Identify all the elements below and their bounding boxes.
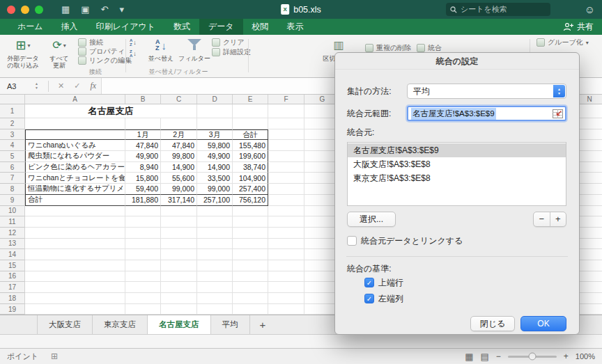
function-popup[interactable]: 平均 ▲▼ bbox=[407, 84, 566, 99]
cell-A12[interactable] bbox=[25, 228, 125, 239]
cell-D6[interactable]: 14,900 bbox=[197, 162, 233, 173]
zoom-slider-knob[interactable] bbox=[528, 353, 536, 361]
row-header-10[interactable]: 10 bbox=[0, 206, 25, 217]
source-item[interactable]: 名古屋支店!$A$3:$E$9 bbox=[348, 143, 566, 157]
column-header-F[interactable]: F bbox=[268, 95, 304, 104]
cell-B15[interactable] bbox=[125, 260, 161, 271]
cell-B7[interactable]: 15,800 bbox=[125, 173, 161, 184]
name-box-stepper[interactable]: ▲▼ bbox=[35, 82, 38, 90]
cell-B6[interactable]: 8,940 bbox=[125, 162, 161, 173]
cell-E7[interactable]: 104,900 bbox=[233, 173, 268, 184]
row-header-1[interactable]: 1 bbox=[0, 104, 25, 118]
left-column-checkbox-row[interactable]: ✓ 左端列 bbox=[364, 293, 403, 304]
cell-B19[interactable] bbox=[125, 304, 161, 315]
cell-C9[interactable]: 317,140 bbox=[161, 195, 197, 206]
normal-view-button[interactable]: ▦ bbox=[465, 351, 473, 362]
cell-A6[interactable]: ピンク色に染めるヘアカラー bbox=[25, 162, 125, 173]
cell-E12[interactable] bbox=[233, 228, 268, 239]
row-header-11[interactable]: 11 bbox=[0, 216, 25, 228]
cell-D15[interactable] bbox=[197, 260, 233, 271]
cancel-entry-button[interactable]: ✕ bbox=[58, 81, 64, 90]
feedback-smiley-icon[interactable]: ☺ bbox=[585, 0, 595, 19]
close-window-button[interactable] bbox=[7, 6, 15, 14]
cell-C5[interactable]: 99,800 bbox=[161, 151, 197, 162]
link-checkbox-row[interactable]: 統合元データとリンクする bbox=[347, 235, 463, 246]
cell-C6[interactable]: 14,900 bbox=[161, 162, 197, 173]
sort-descending-button[interactable]: ZA↓ bbox=[130, 49, 137, 58]
sources-list[interactable]: 名古屋支店!$A$3:$E$9大阪支店!$A$3:$E$8東京支店!$A$3:$… bbox=[347, 142, 566, 206]
cell-B16[interactable] bbox=[125, 271, 161, 283]
row-header-2[interactable]: 2 bbox=[0, 118, 25, 129]
advanced-filter-button[interactable]: 詳細設定 bbox=[212, 48, 251, 56]
cell-E6[interactable]: 38,740 bbox=[233, 162, 268, 173]
cell-A4[interactable]: ワニchanぬいぐるみ bbox=[25, 140, 125, 151]
cell-C18[interactable] bbox=[161, 293, 197, 304]
cell-A16[interactable] bbox=[25, 271, 125, 283]
ribbon-tab-校閲[interactable]: 校閲 bbox=[243, 19, 278, 35]
cell-E8[interactable]: 257,400 bbox=[233, 184, 268, 195]
cell-B9[interactable]: 181,880 bbox=[125, 195, 161, 206]
cell-A8[interactable]: 恒温動物に進化するサプリメント bbox=[25, 184, 125, 195]
sheet-tab-大阪支店[interactable]: 大阪支店 bbox=[38, 315, 93, 334]
minimize-window-button[interactable] bbox=[21, 6, 29, 14]
cell-C3[interactable]: 2月 bbox=[161, 129, 197, 141]
cell-A15[interactable] bbox=[25, 260, 125, 271]
cell-E18[interactable] bbox=[233, 293, 268, 304]
cell-E2[interactable] bbox=[233, 118, 268, 129]
edit-links-button[interactable]: リンクの編集 bbox=[78, 56, 132, 65]
cell-E4[interactable]: 155,480 bbox=[233, 140, 268, 151]
cell-B12[interactable] bbox=[125, 228, 161, 239]
cell-D19[interactable] bbox=[197, 304, 233, 315]
cell-E3[interactable]: 合計 bbox=[233, 129, 268, 141]
cell-D4[interactable]: 59,800 bbox=[197, 140, 233, 151]
cell-C19[interactable] bbox=[161, 304, 197, 315]
toolbar-dropdown-icon[interactable]: ▾ bbox=[120, 0, 125, 19]
cell-F8[interactable] bbox=[268, 184, 304, 195]
sheet-tab-名古屋支店[interactable]: 名古屋支店 bbox=[148, 315, 211, 334]
properties-button[interactable]: プロパティ bbox=[78, 47, 125, 56]
ribbon-tab-印刷レイアウト[interactable]: 印刷レイアウト bbox=[87, 19, 164, 35]
cell-F15[interactable] bbox=[268, 260, 304, 271]
sort-button[interactable]: AZ↓ 並べ替え bbox=[145, 37, 177, 62]
row-header-13[interactable]: 13 bbox=[0, 239, 25, 250]
source-item[interactable]: 東京支店!$A$3:$E$8 bbox=[348, 171, 566, 185]
cell-D14[interactable] bbox=[197, 249, 233, 260]
cell-F1[interactable] bbox=[268, 104, 304, 118]
cell-F7[interactable] bbox=[268, 173, 304, 184]
filter-button[interactable]: フィルター bbox=[178, 37, 210, 62]
link-checkbox[interactable] bbox=[347, 236, 357, 246]
cell-A14[interactable] bbox=[25, 249, 125, 260]
cell-C8[interactable]: 99,000 bbox=[161, 184, 197, 195]
row-header-17[interactable]: 17 bbox=[0, 282, 25, 293]
row-header-14[interactable]: 14 bbox=[0, 249, 25, 260]
cell-A9[interactable]: 合計 bbox=[25, 195, 125, 206]
row-header-6[interactable]: 6 bbox=[0, 162, 25, 173]
cell-B3[interactable]: 1月 bbox=[125, 129, 161, 141]
cell-A2[interactable] bbox=[25, 118, 125, 129]
cell-F17[interactable] bbox=[268, 282, 304, 293]
cell-F13[interactable] bbox=[268, 239, 304, 250]
cell-A3[interactable] bbox=[25, 129, 125, 141]
cell-B2[interactable] bbox=[125, 118, 161, 129]
source-item[interactable]: 大阪支店!$A$3:$E$8 bbox=[348, 157, 566, 171]
get-external-data-button[interactable]: ⊞▾ 外部データの取り込み bbox=[3, 37, 43, 69]
cell-E1[interactable] bbox=[233, 104, 268, 118]
cell-E14[interactable] bbox=[233, 249, 268, 260]
cell-D11[interactable] bbox=[197, 216, 233, 228]
cell-E9[interactable]: 756,120 bbox=[233, 195, 268, 206]
cell-F14[interactable] bbox=[268, 249, 304, 260]
sort-ascending-button[interactable]: AZ↓ bbox=[130, 38, 137, 47]
cell-B18[interactable] bbox=[125, 293, 161, 304]
row-header-19[interactable]: 19 bbox=[0, 304, 25, 315]
row-header-18[interactable]: 18 bbox=[0, 293, 25, 304]
ok-button[interactable]: OK bbox=[520, 316, 566, 331]
left-column-checkbox[interactable]: ✓ bbox=[364, 294, 374, 303]
cell-E5[interactable]: 199,600 bbox=[233, 151, 268, 162]
column-header-E[interactable]: E bbox=[233, 95, 268, 104]
cell-A13[interactable] bbox=[25, 239, 125, 250]
share-button[interactable]: 共有 bbox=[563, 19, 594, 35]
cell-D7[interactable]: 33,500 bbox=[197, 173, 233, 184]
cell-F3[interactable] bbox=[268, 129, 304, 141]
cell-E19[interactable] bbox=[233, 304, 268, 315]
zoom-slider[interactable] bbox=[508, 356, 557, 358]
